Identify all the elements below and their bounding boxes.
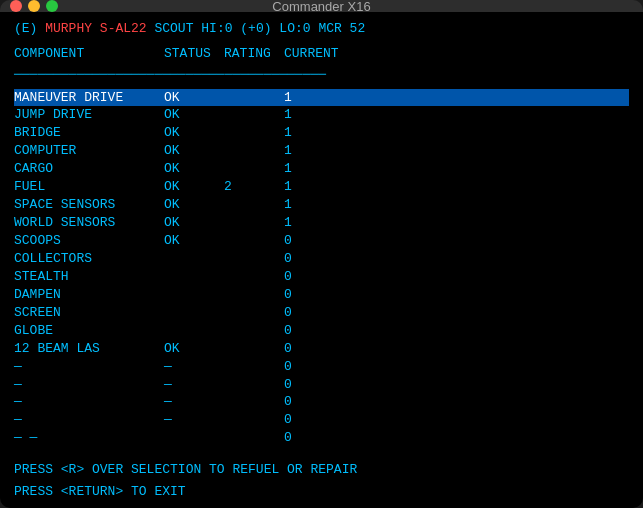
row-current: 1: [284, 124, 364, 142]
modifier: (+0): [240, 21, 271, 36]
info-line: (E) MURPHY S-AL22 SCOUT HI:0 (+0) LO:0 M…: [14, 20, 629, 39]
row-rating: [224, 196, 284, 214]
main-content: (E) MURPHY S-AL22 SCOUT HI:0 (+0) LO:0 M…: [0, 12, 643, 508]
table-row[interactable]: MANEUVER DRIVE OK 1: [14, 89, 629, 107]
table-row[interactable]: GLOBE 0: [14, 322, 629, 340]
table-row[interactable]: — — 0: [14, 393, 629, 411]
row-current: 1: [284, 196, 364, 214]
row-rating: 2: [224, 178, 284, 196]
minimize-button[interactable]: [28, 0, 40, 12]
row-status: [164, 429, 224, 447]
row-rating: [224, 393, 284, 411]
row-current: 0: [284, 358, 364, 376]
traffic-lights: [10, 0, 58, 12]
row-current: 1: [284, 142, 364, 160]
rows-container: MANEUVER DRIVE OK 1 JUMP DRIVE OK 1 BRID…: [14, 89, 629, 448]
row-status: OK: [164, 214, 224, 232]
table-row[interactable]: STEALTH 0: [14, 268, 629, 286]
table-row[interactable]: DAMPEN 0: [14, 286, 629, 304]
table-row[interactable]: BRIDGE OK 1: [14, 124, 629, 142]
row-status: OK: [164, 340, 224, 358]
row-rating: [224, 411, 284, 429]
row-component: COMPUTER: [14, 142, 164, 160]
row-status: [164, 268, 224, 286]
row-status: —: [164, 376, 224, 394]
row-current: 0: [284, 304, 364, 322]
row-component: COLLECTORS: [14, 250, 164, 268]
row-current: 1: [284, 214, 364, 232]
column-headers: COMPONENT STATUS RATING CURRENT: [14, 45, 629, 64]
row-component: — —: [14, 429, 164, 447]
table-row[interactable]: — — 0: [14, 358, 629, 376]
row-rating: [224, 376, 284, 394]
press-return-line: PRESS <RETURN> TO EXIT: [14, 481, 629, 503]
character-name: MURPHY S-AL22: [45, 21, 146, 36]
row-component: 12 BEAM LAS: [14, 340, 164, 358]
row-status: [164, 250, 224, 268]
table-row[interactable]: COLLECTORS 0: [14, 250, 629, 268]
table-row[interactable]: JUMP DRIVE OK 1: [14, 106, 629, 124]
e-tag: (E): [14, 21, 37, 36]
row-component: JUMP DRIVE: [14, 106, 164, 124]
row-component: WORLD SENSORS: [14, 214, 164, 232]
row-rating: [224, 214, 284, 232]
row-status: —: [164, 393, 224, 411]
row-rating: [224, 160, 284, 178]
row-status: —: [164, 411, 224, 429]
row-rating: [224, 142, 284, 160]
table-row[interactable]: 12 BEAM LAS OK 0: [14, 340, 629, 358]
row-status: OK: [164, 196, 224, 214]
row-current: 0: [284, 322, 364, 340]
table-row[interactable]: SPACE SENSORS OK 1: [14, 196, 629, 214]
window-title: Commander X16: [272, 0, 370, 14]
table-row[interactable]: COMPUTER OK 1: [14, 142, 629, 160]
table-row[interactable]: — — 0: [14, 411, 629, 429]
row-status: OK: [164, 124, 224, 142]
row-current: 0: [284, 411, 364, 429]
header-rating: RATING: [224, 45, 284, 64]
row-status: OK: [164, 89, 224, 107]
row-current: 0: [284, 232, 364, 250]
ship-class: SCOUT: [154, 21, 193, 36]
row-status: OK: [164, 106, 224, 124]
row-component: —: [14, 358, 164, 376]
titlebar: Commander X16: [0, 0, 643, 12]
row-rating: [224, 429, 284, 447]
row-current: 1: [284, 89, 364, 107]
row-current: 0: [284, 268, 364, 286]
row-component: DAMPEN: [14, 286, 164, 304]
row-rating: [224, 340, 284, 358]
header-component: COMPONENT: [14, 45, 164, 64]
table-row[interactable]: FUEL OK 2 1: [14, 178, 629, 196]
row-status: OK: [164, 142, 224, 160]
row-component: —: [14, 376, 164, 394]
row-component: —: [14, 411, 164, 429]
hi-label: HI:0: [201, 21, 232, 36]
maximize-button[interactable]: [46, 0, 58, 12]
row-rating: [224, 250, 284, 268]
row-rating: [224, 106, 284, 124]
header-divider: ────────────────────────────────────────: [14, 66, 629, 85]
table-row[interactable]: WORLD SENSORS OK 1: [14, 214, 629, 232]
row-component: MANEUVER DRIVE: [14, 89, 164, 107]
table-row[interactable]: CARGO OK 1: [14, 160, 629, 178]
row-component: CARGO: [14, 160, 164, 178]
mcr-label: MCR: [318, 21, 341, 36]
row-component: —: [14, 393, 164, 411]
row-component: STEALTH: [14, 268, 164, 286]
close-button[interactable]: [10, 0, 22, 12]
mcr-value: 52: [350, 21, 366, 36]
table-row[interactable]: SCOOPS OK 0: [14, 232, 629, 250]
row-current: 0: [284, 429, 364, 447]
row-rating: [224, 268, 284, 286]
table-row[interactable]: — — 0: [14, 376, 629, 394]
table-row[interactable]: — — 0: [14, 429, 629, 447]
row-rating: [224, 89, 284, 107]
row-status: [164, 322, 224, 340]
row-rating: [224, 358, 284, 376]
press-r-line: PRESS <R> OVER SELECTION TO REFUEL OR RE…: [14, 459, 629, 481]
row-current: 1: [284, 178, 364, 196]
table-row[interactable]: SCREEN 0: [14, 304, 629, 322]
row-rating: [224, 322, 284, 340]
row-status: [164, 286, 224, 304]
